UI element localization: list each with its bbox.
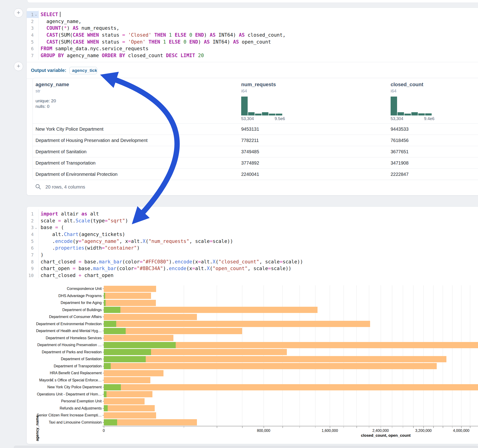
- x-axis-tick: [470, 426, 470, 428]
- python-cell-card: 1import altair as alt2scale = alt.Scale(…: [26, 206, 478, 444]
- code-token: chart_closed: [41, 273, 78, 278]
- bar-closed-count: [104, 391, 152, 397]
- code-token: INT64): [216, 32, 239, 38]
- chevron-down-icon[interactable]: ⌄: [34, 224, 38, 231]
- code-token: , scale: [259, 259, 280, 265]
- code-line[interactable]: 2 agency_name,: [27, 18, 478, 25]
- gridline: [184, 285, 184, 426]
- code-token: , scale: [248, 266, 268, 271]
- code-line[interactable]: 10chart_closed + chart_open: [27, 272, 478, 279]
- code-token: AS: [73, 25, 78, 31]
- line-number: 5: [27, 239, 34, 244]
- code-line[interactable]: 4 alt.Chart(agency_tickets): [27, 231, 478, 238]
- sql-code-editor[interactable]: 1⌄SELECT2 agency_name,3 COUNT(*) AS num_…: [27, 11, 478, 59]
- line-number: 6: [27, 245, 34, 250]
- x-axis-tick: [369, 426, 369, 428]
- line-number: 4: [27, 32, 34, 37]
- histogram-range-labels: 53,3049.4e6: [391, 116, 434, 121]
- code-token: [172, 32, 175, 38]
- code-text: import altair as alt: [38, 211, 99, 217]
- output-variable-label: Output variable:: [31, 68, 66, 73]
- code-token: .: [41, 238, 55, 244]
- code-token: ): [198, 39, 204, 45]
- gridline: [330, 285, 330, 426]
- code-token: AS: [239, 32, 245, 38]
- chevron-down-icon[interactable]: ⌄: [34, 11, 38, 18]
- code-token: "#FFC080": [143, 259, 169, 265]
- code-line[interactable]: 1⌄SELECT: [27, 11, 478, 18]
- y-axis-label: Department of Homeless Services: [27, 335, 102, 342]
- column-histogram: [391, 97, 432, 115]
- code-line[interactable]: 3⌄base = (: [27, 224, 478, 231]
- search-icon[interactable]: [35, 184, 41, 190]
- bar-closed-count: [104, 419, 197, 425]
- histogram-bar: [262, 112, 268, 115]
- y-axis-label: HRA Benefit Card Replacement: [27, 370, 102, 377]
- code-text: .encode(y="agency_name", x=alt.X("num_re…: [38, 238, 233, 244]
- histogram-range-labels: 53,3049.5e6: [241, 116, 285, 121]
- code-token: "#8BC34A": [137, 266, 163, 271]
- code-token: 0: [183, 39, 187, 45]
- code-token: (width: [84, 245, 102, 251]
- table-cell: 2240041: [241, 169, 259, 180]
- code-token: LIMIT: [181, 53, 195, 58]
- column-type: i64: [241, 88, 389, 93]
- column-header-agency_name[interactable]: agency_namestrunique: 20nulls: 0: [36, 78, 239, 109]
- code-token: 'Closed': [128, 32, 151, 38]
- x-axis-tick: [403, 426, 403, 428]
- bar-open-count: [104, 356, 146, 362]
- output-variable-chip[interactable]: agency_tickets: [69, 67, 97, 74]
- code-token: [125, 39, 128, 45]
- code-line[interactable]: 6 .properties(width="container"): [27, 244, 478, 251]
- line-number: 8: [27, 259, 34, 264]
- code-token: [41, 25, 46, 31]
- table-dimensions-text: 20 rows, 4 columns: [45, 184, 85, 190]
- code-token: closed_count,: [245, 32, 285, 38]
- code-line[interactable]: 7GROUP BY agency_name ORDER BY closed_co…: [27, 52, 478, 59]
- column-header-num_requests[interactable]: num_requestsi6453,3049.5e6: [241, 78, 389, 93]
- notebook-canvas: + + 1⌄SELECT2 agency_name,3 COUNT(*) AS …: [0, 0, 478, 448]
- code-line[interactable]: 3 COUNT(*) AS num_requests,: [27, 25, 478, 31]
- code-line[interactable]: 4 CAST(SUM(CASE WHEN status = 'Closed' T…: [27, 31, 478, 38]
- code-token: CAST: [46, 39, 58, 45]
- code-token: chart_open: [82, 273, 113, 278]
- code-token: ELSE: [169, 39, 181, 45]
- bar-closed-count: [104, 370, 164, 376]
- code-line[interactable]: 7): [27, 251, 478, 258]
- column-header-closed_count[interactable]: closed_counti6453,3049.4e6: [391, 78, 478, 93]
- code-token: ).: [163, 266, 169, 271]
- code-line[interactable]: 2scale = alt.Scale(type="sqrt"): [27, 217, 478, 224]
- bar-closed-count: [104, 356, 447, 362]
- code-line[interactable]: 5 .encode(y="agency_name", x=alt.X("num_…: [27, 238, 478, 245]
- line-number: 1: [27, 211, 34, 216]
- code-token: [41, 39, 46, 45]
- table-cell: 3749485: [241, 146, 259, 157]
- code-line[interactable]: 1import altair as alt: [27, 210, 478, 217]
- code-line[interactable]: 6FROM sample_data.nyc.service_requests: [27, 45, 478, 52]
- code-token: [181, 39, 183, 45]
- add-cell-button-output[interactable]: +: [14, 62, 23, 71]
- add-cell-button-top[interactable]: +: [14, 8, 23, 18]
- code-text: COUNT(*) AS num_requests,: [38, 25, 119, 31]
- x-axis-line: [102, 426, 478, 426]
- code-line[interactable]: 8chart_closed = base.mark_bar(color="#FF…: [27, 258, 478, 265]
- column-histogram: [241, 97, 282, 115]
- code-token: , scale: [189, 238, 210, 244]
- y-axis-label: Taxi and Limousine Commission: [27, 419, 102, 426]
- gridline: [357, 285, 357, 426]
- line-number: 2: [27, 19, 34, 24]
- y-axis-label: Mayorâ€ s Office of Special Enforce…: [27, 377, 102, 384]
- code-token: (color: [122, 259, 140, 265]
- code-line[interactable]: 9chart_open = base.mark_bar(color="#8BC3…: [27, 265, 478, 272]
- python-code-editor[interactable]: 1import altair as alt2scale = alt.Scale(…: [27, 210, 478, 279]
- code-token: (: [61, 25, 64, 31]
- line-number: 7: [27, 53, 34, 58]
- code-token: (: [216, 259, 219, 265]
- y-axis-label: Personal Exemption Unit: [27, 398, 102, 405]
- code-token: "closed_count": [218, 259, 259, 265]
- code-line[interactable]: 5 CAST(SUM(CASE WHEN status = 'Open' THE…: [27, 38, 478, 45]
- gridline: [452, 285, 453, 426]
- line-number: 3: [27, 225, 34, 230]
- table-cell: 7782211: [241, 135, 259, 146]
- code-token: *: [64, 25, 67, 31]
